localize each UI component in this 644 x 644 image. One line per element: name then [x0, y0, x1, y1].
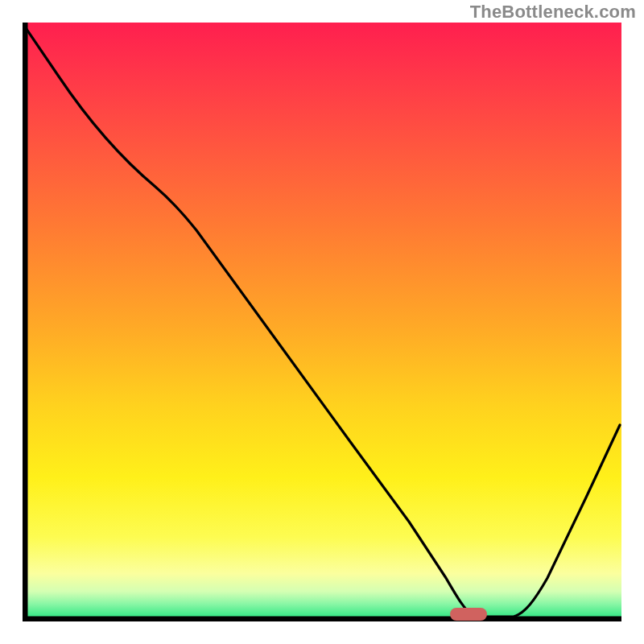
chart-container: TheBottleneck.com — [0, 0, 644, 644]
watermark-text: TheBottleneck.com — [470, 2, 636, 23]
chart-background-gradient — [23, 23, 621, 621]
plot-area — [23, 23, 621, 621]
optimal-marker — [450, 608, 487, 621]
